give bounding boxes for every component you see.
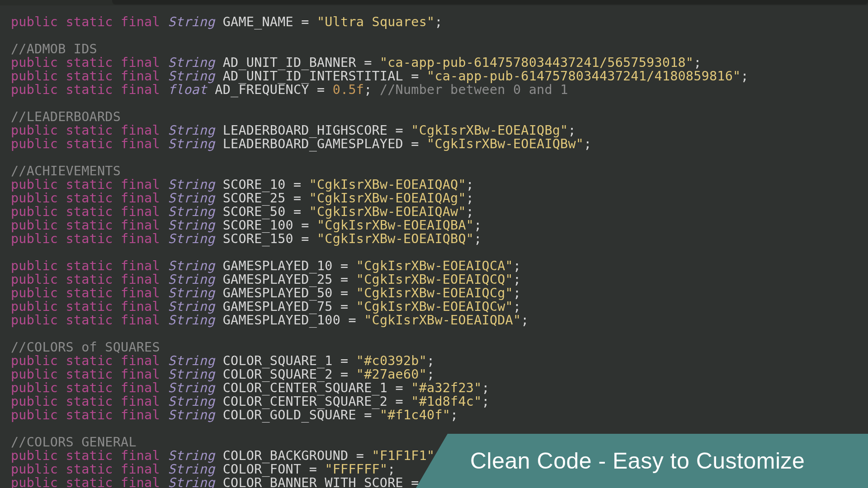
code-keyword: public xyxy=(11,136,58,151)
code-type: String xyxy=(168,272,215,287)
code-literal: "#27ae60" xyxy=(356,367,427,382)
code-keyword: static xyxy=(66,231,113,246)
code-keyword: static xyxy=(66,258,113,273)
code-identifier: AD_FREQUENCY xyxy=(215,82,309,97)
code-punct: ; xyxy=(513,272,521,287)
code-punct: ; xyxy=(466,177,474,192)
code-punct: = xyxy=(348,313,356,328)
code-type: String xyxy=(168,367,215,382)
code-punct: = xyxy=(411,69,419,84)
code-identifier: GAMESPLAYED_25 xyxy=(223,272,333,287)
code-literal: "#c0392b" xyxy=(356,353,427,368)
code-keyword: public xyxy=(11,258,58,273)
code-keyword: final xyxy=(121,14,160,29)
code-punct: ; xyxy=(584,136,591,151)
code-type: String xyxy=(168,204,215,219)
code-literal: "CgkIsrXBw-EOEAIQCA" xyxy=(356,258,513,273)
code-literal: "F1F1F1" xyxy=(372,448,435,463)
code-punct: ; xyxy=(474,231,481,246)
code-keyword: static xyxy=(66,14,113,29)
code-punct: ; xyxy=(427,353,434,368)
code-keyword: public xyxy=(11,353,58,368)
code-keyword: public xyxy=(11,204,58,219)
code-punct: ; xyxy=(427,367,434,382)
code-literal: "#1d8f4c" xyxy=(411,394,481,409)
code-keyword: static xyxy=(66,367,113,382)
code-literal: "FFFFFF" xyxy=(325,462,387,477)
code-punct: = xyxy=(340,258,348,273)
code-keyword: static xyxy=(66,272,113,287)
code-type: String xyxy=(168,69,215,84)
code-keyword: final xyxy=(121,82,160,97)
code-keyword: public xyxy=(11,69,58,84)
code-literal: "CgkIsrXBw-EOEAIQBg" xyxy=(411,123,568,138)
code-type: String xyxy=(168,191,215,206)
code-type: String xyxy=(168,475,215,488)
code-identifier: COLOR_SQUARE_1 xyxy=(223,353,333,368)
code-keyword: final xyxy=(121,272,160,287)
code-comment: //COLORS of SQUARES xyxy=(11,340,160,355)
code-punct: = xyxy=(301,218,309,233)
code-keyword: final xyxy=(121,462,160,477)
code-punct: = xyxy=(293,191,301,206)
code-type: String xyxy=(168,462,215,477)
code-type: String xyxy=(168,448,215,463)
code-literal: "CgkIsrXBw-EOEAIQCg" xyxy=(356,286,513,300)
code-punct: = xyxy=(301,231,309,246)
code-literal: "CgkIsrXBw-EOEAIQAQ" xyxy=(309,177,466,192)
code-keyword: static xyxy=(66,462,113,477)
code-keyword: static xyxy=(66,394,113,409)
code-keyword: final xyxy=(121,286,160,300)
code-punct: ; xyxy=(521,313,528,328)
code-keyword: public xyxy=(11,394,58,409)
code-identifier: SCORE_25 xyxy=(223,191,286,206)
code-literal: "CgkIsrXBw-EOEAIQBw" xyxy=(427,136,584,151)
code-keyword: public xyxy=(11,123,58,138)
code-literal: "CgkIsrXBw-EOEAIQAw" xyxy=(309,204,466,219)
code-punct: ; xyxy=(568,123,576,138)
code-type: float xyxy=(168,82,207,97)
code-keyword: public xyxy=(11,380,58,395)
code-keyword: final xyxy=(121,380,160,395)
code-keyword: final xyxy=(121,475,160,488)
code-keyword: static xyxy=(66,191,113,206)
code-keyword: public xyxy=(11,448,58,463)
code-keyword: final xyxy=(121,204,160,219)
code-type: String xyxy=(168,55,215,70)
code-keyword: public xyxy=(11,313,58,328)
code-punct: ; xyxy=(482,394,490,409)
code-type: String xyxy=(168,231,215,246)
code-keyword: final xyxy=(121,177,160,192)
code-keyword: static xyxy=(66,408,113,422)
code-literal: "CgkIsrXBw-EOEAIQDA" xyxy=(364,313,521,328)
code-keyword: public xyxy=(11,286,58,300)
code-identifier: GAMESPLAYED_75 xyxy=(223,299,333,314)
code-keyword: static xyxy=(66,177,113,192)
code-keyword: static xyxy=(66,82,113,97)
code-literal: "Ultra Squares" xyxy=(317,14,434,29)
code-punct: = xyxy=(340,272,348,287)
code-punct: ; xyxy=(513,299,521,314)
code-literal: "CgkIsrXBw-EOEAIQAg" xyxy=(309,191,466,206)
code-keyword: public xyxy=(11,408,58,422)
code-keyword: final xyxy=(121,231,160,246)
code-keyword: public xyxy=(11,462,58,477)
code-identifier: COLOR_BANNER_WITH_SCORE xyxy=(223,475,403,488)
code-type: String xyxy=(168,353,215,368)
code-comment: //Number between 0 and 1 xyxy=(372,82,568,97)
code-punct: = xyxy=(301,14,309,29)
code-keyword: static xyxy=(66,299,113,314)
code-punct: ; xyxy=(387,462,395,477)
code-literal: "#a32f23" xyxy=(411,380,481,395)
code-keyword: final xyxy=(121,258,160,273)
code-type: String xyxy=(168,286,215,300)
code-literal: "ca-app-pub-6147578034437241/5657593018" xyxy=(380,55,693,70)
inactive-tab-edge xyxy=(112,0,868,5)
code-type: String xyxy=(168,380,215,395)
code-type: String xyxy=(168,313,215,328)
code-literal: "CgkIsrXBw-EOEAIQCw" xyxy=(356,299,513,314)
code-punct: ; xyxy=(450,408,458,422)
code-keyword: final xyxy=(121,394,160,409)
code-keyword: static xyxy=(66,313,113,328)
code-keyword: final xyxy=(121,299,160,314)
